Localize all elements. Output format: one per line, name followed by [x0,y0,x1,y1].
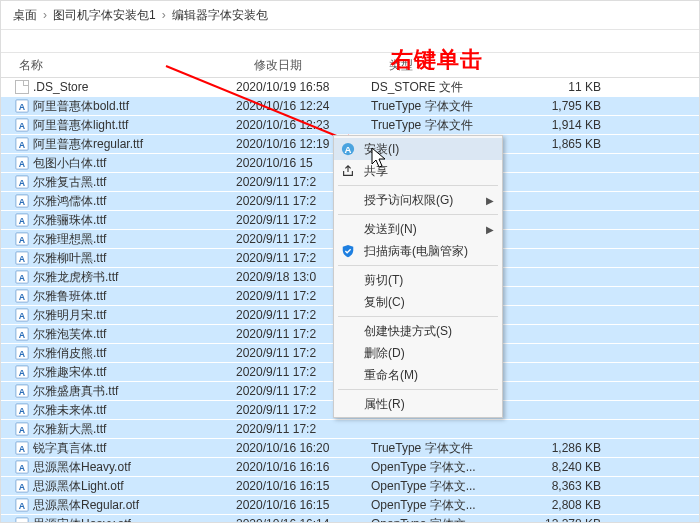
file-date: 2020/10/16 16:16 [236,460,371,474]
file-row[interactable]: A思源黑体Regular.otf2020/10/16 16:15OpenType… [1,496,699,515]
file-date: 2020/10/19 16:58 [236,80,371,94]
file-date: 2020/10/16 16:14 [236,517,371,523]
file-name: 阿里普惠体bold.ttf [33,98,129,115]
menu-share[interactable]: 共享 [334,160,502,182]
file-size: 12,278 KB [501,517,621,523]
breadcrumb-sep: › [43,1,47,29]
breadcrumb[interactable]: 桌面 › 图司机字体安装包1 › 编辑器字体安装包 [1,1,699,30]
explorer-window: 桌面 › 图司机字体安装包1 › 编辑器字体安装包 名称 修改日期 类型 .DS… [0,0,700,523]
font-file-icon: A [15,270,29,284]
menu-copy[interactable]: 复制(C) [334,291,502,313]
svg-text:A: A [19,501,26,511]
menu-cut[interactable]: 剪切(T) [334,269,502,291]
file-row[interactable]: A思源黑体Light.otf2020/10/16 16:15OpenType 字… [1,477,699,496]
file-name: 尔雅复古黑.ttf [33,174,106,191]
file-date: 2020/10/16 12:23 [236,118,371,132]
menu-label: 授予访问权限(G) [364,192,453,209]
font-file-icon: A [15,384,29,398]
file-row[interactable]: A锐字真言体.ttf2020/10/16 16:20TrueType 字体文件1… [1,439,699,458]
font-file-icon: A [15,441,29,455]
toolbar-spacer [1,30,699,53]
svg-text:A: A [19,216,26,226]
file-row[interactable]: A思源宋体Heavy.otf2020/10/16 16:14OpenType 字… [1,515,699,523]
file-size: 1,795 KB [501,99,621,113]
file-type: OpenType 字体文... [371,516,501,524]
svg-text:A: A [19,159,26,169]
font-file-icon: A [15,327,29,341]
font-file-icon: A [15,403,29,417]
submenu-arrow-icon: ▶ [486,195,494,206]
menu-delete[interactable]: 删除(D) [334,342,502,364]
file-name: 尔雅理想黑.ttf [33,231,106,248]
menu-label: 删除(D) [364,345,405,362]
file-name: 尔雅骊珠体.ttf [33,212,106,229]
file-size: 1,286 KB [501,441,621,455]
breadcrumb-sep: › [162,1,166,29]
file-row[interactable]: A思源黑体Heavy.otf2020/10/16 16:16OpenType 字… [1,458,699,477]
svg-text:A: A [19,292,26,302]
font-file-icon: A [15,289,29,303]
menu-shortcut[interactable]: 创建快捷方式(S) [334,320,502,342]
font-file-icon: A [15,251,29,265]
file-name: 阿里普惠体light.ttf [33,117,128,134]
font-file-icon: A [15,346,29,360]
svg-text:A: A [19,368,26,378]
menu-scan-virus[interactable]: 扫描病毒(电脑管家) [334,240,502,262]
menu-properties[interactable]: 属性(R) [334,393,502,415]
file-name: 阿里普惠体regular.ttf [33,136,143,153]
file-name: 尔雅鲁班体.ttf [33,288,106,305]
file-row[interactable]: A尔雅新大黑.ttf2020/9/11 17:2 [1,420,699,439]
file-row[interactable]: A阿里普惠体light.ttf2020/10/16 12:23TrueType … [1,116,699,135]
menu-label: 共享 [364,163,388,180]
font-file-icon: A [15,137,29,151]
file-name: 包图小白体.ttf [33,155,106,172]
annotation-text: 右键单击 [391,45,483,75]
breadcrumb-item[interactable]: 桌面 [13,1,37,29]
file-name: 尔雅鸿儒体.ttf [33,193,106,210]
svg-text:A: A [19,463,26,473]
menu-grant-access[interactable]: 授予访问权限(G) ▶ [334,189,502,211]
font-file-icon: A [15,156,29,170]
file-type: TrueType 字体文件 [371,98,501,115]
file-row[interactable]: A阿里普惠体bold.ttf2020/10/16 12:24TrueType 字… [1,97,699,116]
column-header-date[interactable]: 修改日期 [254,57,389,74]
font-file-icon: A [15,118,29,132]
font-file-icon: A [15,194,29,208]
menu-send-to[interactable]: 发送到(N) ▶ [334,218,502,240]
menu-separator [338,265,498,266]
menu-label: 剪切(T) [364,272,403,289]
font-file-icon: A [15,422,29,436]
file-name: 尔雅泡芙体.ttf [33,326,106,343]
file-name: 锐字真言体.ttf [33,440,106,457]
file-type: OpenType 字体文... [371,497,501,514]
menu-label: 扫描病毒(电脑管家) [364,243,468,260]
file-name: 尔雅盛唐真书.ttf [33,383,118,400]
file-size: 1,914 KB [501,118,621,132]
breadcrumb-item[interactable]: 编辑器字体安装包 [172,1,268,29]
install-icon: A [340,141,356,157]
font-file-icon: A [15,232,29,246]
breadcrumb-item[interactable]: 图司机字体安装包1 [53,1,156,29]
menu-rename[interactable]: 重命名(M) [334,364,502,386]
file-name: 尔雅趣宋体.ttf [33,364,106,381]
file-row[interactable]: .DS_Store2020/10/19 16:58DS_STORE 文件11 K… [1,78,699,97]
column-header-name[interactable]: 名称 [1,57,254,74]
file-name: 尔雅未来体.ttf [33,402,106,419]
file-name: 尔雅龙虎榜书.ttf [33,269,118,286]
file-date: 2020/10/16 16:15 [236,479,371,493]
menu-label: 安装(I) [364,141,399,158]
file-size: 1,865 KB [501,137,621,151]
file-type: OpenType 字体文... [371,478,501,495]
file-size: 8,240 KB [501,460,621,474]
file-name: .DS_Store [33,80,88,94]
svg-text:A: A [19,273,26,283]
file-type: TrueType 字体文件 [371,117,501,134]
font-file-icon: A [15,175,29,189]
svg-text:A: A [19,482,26,492]
svg-text:A: A [19,197,26,207]
file-name: 尔雅明月宋.ttf [33,307,106,324]
svg-text:A: A [19,520,26,524]
shield-icon [340,243,356,259]
menu-install[interactable]: A 安装(I) [334,138,502,160]
svg-text:A: A [19,235,26,245]
